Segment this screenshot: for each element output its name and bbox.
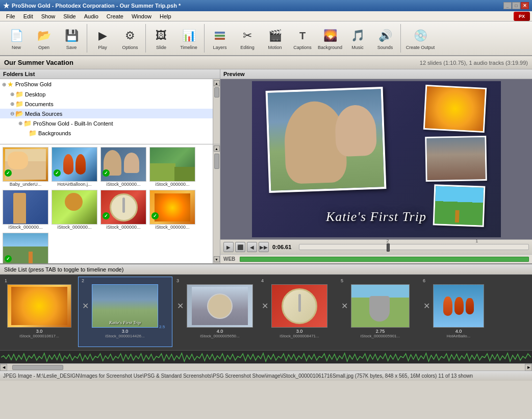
toolbar-options-button[interactable]: ⚙ Options xyxy=(117,22,143,54)
tree-item-media-sources[interactable]: ⊖ 📂 Media Sources xyxy=(0,109,220,118)
media-item-8[interactable]: ✓ iStock_000000... xyxy=(2,232,49,263)
toolbar-music-button[interactable]: 🎵 Music xyxy=(344,22,371,54)
toolbar-new-button[interactable]: 📄 New xyxy=(3,22,30,54)
slide-3-label: iStock_0000005650... xyxy=(187,334,253,338)
menu-show[interactable]: Show xyxy=(37,12,60,20)
stop-button[interactable]: ⬛ xyxy=(235,242,245,252)
background-label: Background xyxy=(318,45,342,50)
tree-item-desktop[interactable]: ⊕ 📁 Desktop xyxy=(0,89,220,99)
slide-6-label: HotAirBallo... xyxy=(433,334,484,338)
thumb-6 xyxy=(100,190,146,225)
slide-cell-3[interactable]: 3 ✕ 4.0 iStock_0000005650... xyxy=(173,277,257,347)
toolbar-editing-button[interactable]: ✂ Editing xyxy=(234,22,261,54)
thumb-label-3: iStock_000000... xyxy=(149,182,195,187)
slide-num-1: 1 xyxy=(3,278,7,283)
slide-cell-4[interactable]: 4 ✕ 3.0 iStock_0000008471... xyxy=(258,277,337,347)
folder-tree: ⊕ ★ ProShow Gold ⊕ 📁 Desktop ⊕ 📁 Documen… xyxy=(0,79,220,144)
media-item-6[interactable]: ✓ iStock_000000... xyxy=(100,189,147,230)
media-item-2[interactable]: ✓ iStock_000000... xyxy=(100,146,147,187)
preview-slide-title: Katie's First Trip xyxy=(252,209,501,225)
slide-4-image xyxy=(271,284,327,328)
slide-num-6: 6 xyxy=(421,278,425,283)
media-scroll-thumb[interactable] xyxy=(214,154,219,169)
slide-cell-2[interactable]: 2 ✕ Katie's First Trip 3.0 iStock_000001… xyxy=(78,277,172,347)
media-item-4[interactable]: iStock_000000... xyxy=(2,189,49,230)
media-item-3[interactable]: iStock_000000... xyxy=(149,146,196,187)
media-item-1[interactable]: ✓ HotAirBalloon.j... xyxy=(51,146,98,187)
close-button[interactable]: ✕ xyxy=(521,2,529,9)
tree-item-proshow[interactable]: ⊕ ★ ProShow Gold xyxy=(0,79,220,89)
media-item-5[interactable]: iStock_000000... xyxy=(51,189,98,230)
progress-thumb[interactable] xyxy=(387,243,390,252)
menu-create[interactable]: Create xyxy=(103,12,128,20)
toolbar-create-output-button[interactable]: 💿 Create Output xyxy=(403,22,438,54)
hscroll-track[interactable] xyxy=(7,365,525,370)
slide-cell-5[interactable]: 5 ✕ 2.75 iStock_0000005901... xyxy=(337,277,419,347)
media-item-0[interactable]: ✓ Baby_underU... xyxy=(2,146,49,187)
slide-icon: 🖼 xyxy=(152,27,170,45)
menu-edit[interactable]: Edit xyxy=(19,12,37,20)
toolbar-sep-1 xyxy=(87,24,87,53)
slidelist-title: Slide List (press TAB to toggle to timel… xyxy=(4,266,123,273)
menu-help[interactable]: Help xyxy=(156,12,175,20)
menu-audio[interactable]: Audio xyxy=(80,12,103,20)
rewind-button[interactable]: ◀ xyxy=(247,242,257,252)
tree-label-builtin: ProShow Gold - Built-In Content xyxy=(33,120,113,127)
media-item-7[interactable]: ✓ iStock_000000... xyxy=(149,189,196,230)
toolbar-play-button[interactable]: ▶ Play xyxy=(89,22,116,54)
toolbar: 📄 New 📂 Open 💾 Save ▶ Play ⚙ Options 🖼 S… xyxy=(0,21,532,56)
thumb-label-4: iStock_000000... xyxy=(3,225,48,230)
toolbar-save-button[interactable]: 💾 Save xyxy=(58,22,85,54)
toolbar-slide-button[interactable]: 🖼 Slide xyxy=(148,22,174,54)
folder-icon-builtin: 📁 xyxy=(23,119,32,127)
media-scroll-up[interactable]: ▲ xyxy=(214,145,220,152)
options-icon: ⚙ xyxy=(121,27,139,45)
scroll-up-arrow[interactable]: ▲ xyxy=(214,80,220,86)
timeline-hscroll[interactable]: ◀ ▶ xyxy=(0,363,532,371)
tree-item-backgrounds[interactable]: 📁 Backgrounds xyxy=(0,128,220,138)
thumb-label-2: iStock_000000... xyxy=(100,182,146,187)
toolbar-sounds-button[interactable]: 🔊 Sounds xyxy=(372,22,398,54)
menu-file[interactable]: File xyxy=(2,12,19,20)
toolbar-layers-button[interactable]: Layers xyxy=(207,22,233,54)
slide-cell-6[interactable]: 6 ✕ 4.0 HotAirBallo... xyxy=(419,277,486,347)
expand-icon-media: ⊖ xyxy=(10,111,14,116)
tree-label-backgrounds: Backgrounds xyxy=(38,130,71,136)
media-scrollbar[interactable]: ▲ ▼ xyxy=(213,144,220,263)
menu-slide[interactable]: Slide xyxy=(59,12,80,20)
expand-icon-docs: ⊕ xyxy=(10,101,14,107)
slide-cell-1[interactable]: 1 3.0 iStock_0000010617... xyxy=(1,277,78,347)
editing-label: Editing xyxy=(240,45,255,50)
check-6: ✓ xyxy=(103,212,110,219)
tree-scrollbar[interactable]: ▲ xyxy=(213,79,220,144)
toolbar-captions-button[interactable]: T Captions xyxy=(289,22,316,54)
preview-area: Katie's First Trip xyxy=(220,79,532,239)
left-panel: Folders List ⊕ ★ ProShow Gold ⊕ 📁 Deskto… xyxy=(0,69,220,263)
media-scroll-down[interactable]: ▼ xyxy=(214,256,220,262)
folder-icon-media: 📂 xyxy=(15,110,23,117)
toolbar-timeline-button[interactable]: 📊 Timeline xyxy=(175,22,202,54)
music-icon: 🎵 xyxy=(348,27,367,45)
tree-item-documents[interactable]: ⊕ 📁 Documents xyxy=(0,99,220,109)
toolbar-motion-button[interactable]: 🎬 Motion xyxy=(262,22,288,54)
time-display: 0:06.61 xyxy=(272,244,295,250)
show-title: Our Summer Vacation xyxy=(4,59,73,66)
hscroll-right[interactable]: ▶ xyxy=(525,364,532,371)
scroll-thumb-tree[interactable] xyxy=(214,87,219,97)
preview-main-photo xyxy=(265,87,386,193)
toolbar-open-button[interactable]: 📂 Open xyxy=(31,22,57,54)
toolbar-background-button[interactable]: 🌄 Background xyxy=(317,22,343,54)
slide-1-wrap: 3.0 iStock_0000010617... xyxy=(3,284,76,338)
maximize-button[interactable]: □ xyxy=(512,2,520,9)
play-button[interactable]: ▶ xyxy=(223,242,234,252)
tree-item-builtin[interactable]: ⊕ 📁 ProShow Gold - Built-In Content xyxy=(0,118,220,128)
waveform: // Generate waveform via JS since we can… xyxy=(1,352,531,363)
hscroll-left[interactable]: ◀ xyxy=(0,364,7,371)
hscroll-thumb[interactable] xyxy=(12,365,63,370)
expand-icon-builtin: ⊕ xyxy=(18,120,22,126)
menu-window[interactable]: Window xyxy=(128,12,156,20)
titlebar-controls: _ □ ✕ xyxy=(503,2,529,9)
progress-track[interactable]: 2 1 xyxy=(299,244,529,250)
forward-button[interactable]: ▶▶ xyxy=(259,242,269,252)
minimize-button[interactable]: _ xyxy=(503,2,512,9)
